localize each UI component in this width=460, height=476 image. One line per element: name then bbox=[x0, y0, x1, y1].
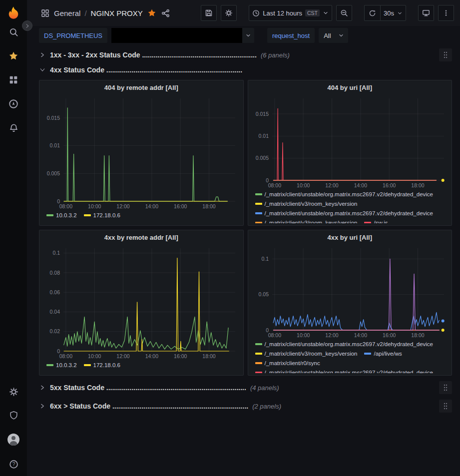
svg-text:16:00: 16:00 bbox=[174, 353, 187, 359]
series-label: /sw.js bbox=[374, 219, 388, 223]
series-color-dash bbox=[84, 364, 91, 366]
drag-handle-icon[interactable] bbox=[439, 381, 452, 394]
row-title: 4xx Status Code ........................… bbox=[50, 66, 242, 74]
row-6xx-status-code[interactable]: 6xx > Status Code ......................… bbox=[39, 399, 452, 413]
svg-text:0.06: 0.06 bbox=[50, 289, 60, 295]
row-panel-count: (2 panels) bbox=[252, 403, 281, 410]
navbar-actions: Last 12 hours CST 30s bbox=[201, 5, 454, 21]
more-options-kebab-icon[interactable] bbox=[438, 5, 454, 21]
legend-item[interactable]: /_matrix/client/v3/room_keys/version bbox=[255, 200, 358, 208]
datasource-variable-label[interactable]: DS_PROMETHEUS bbox=[39, 28, 107, 43]
save-dashboard-button[interactable] bbox=[201, 5, 217, 21]
row-5xx-status-code[interactable]: 5xx Status Code ........................… bbox=[39, 381, 452, 395]
svg-text:0.1: 0.1 bbox=[52, 250, 60, 256]
svg-text:08:00: 08:00 bbox=[268, 332, 281, 338]
panel-title[interactable]: 404 by uri [All] bbox=[252, 82, 448, 94]
panel-title[interactable]: 4xx by uri [All] bbox=[252, 232, 448, 244]
series-label: /api/live/ws bbox=[374, 350, 402, 358]
breadcrumb-folder[interactable]: General bbox=[54, 9, 80, 17]
row-title: 1xx - 3xx - 2xx Status Code ............… bbox=[50, 51, 257, 59]
legend-item[interactable]: /_matrix/client/r0/sync bbox=[255, 359, 320, 367]
chevron-right-icon bbox=[39, 384, 46, 391]
svg-text:0.005: 0.005 bbox=[255, 155, 268, 161]
svg-text:10:00: 10:00 bbox=[297, 182, 310, 188]
drag-handle-icon[interactable] bbox=[439, 400, 452, 413]
legend-item[interactable]: /api/live/ws bbox=[364, 350, 402, 358]
series-color-dash bbox=[255, 203, 262, 205]
panel-4xx-by-remote-addr: 4xx by remote addr [All] 00.020.040.060.… bbox=[39, 230, 244, 376]
series-color-dash bbox=[255, 222, 262, 223]
drag-handle-icon[interactable] bbox=[439, 48, 452, 61]
side-menu: ? bbox=[0, 0, 27, 476]
panel-404-by-uri: 404 by uri [All] 00.0050.010.01508:0010:… bbox=[248, 80, 453, 226]
row-1xx-3xx-2xx-status-code[interactable]: 1xx - 3xx - 2xx Status Code ............… bbox=[39, 48, 452, 62]
svg-text:18:00: 18:00 bbox=[411, 182, 424, 188]
svg-text:16:00: 16:00 bbox=[383, 332, 396, 338]
dashboard-settings-button[interactable] bbox=[221, 5, 237, 21]
search-icon[interactable] bbox=[8, 27, 18, 37]
series-color-dash bbox=[255, 372, 262, 373]
grafana-logo-icon[interactable] bbox=[6, 5, 21, 20]
share-icon[interactable] bbox=[161, 8, 171, 18]
timezone-badge: CST bbox=[305, 9, 320, 16]
series-label: 172.18.0.6 bbox=[93, 361, 120, 369]
series-color-dash bbox=[255, 362, 262, 364]
legend-item[interactable]: 172.18.0.6 bbox=[84, 361, 120, 369]
dashboards-icon[interactable] bbox=[8, 75, 18, 85]
series-label: /_matrix/client/unstable/org.matrix.msc2… bbox=[265, 369, 434, 373]
time-series-chart[interactable]: 00.0050.010.01508:0010:0012:0014:0016:00… bbox=[43, 94, 239, 210]
series-color-dash bbox=[255, 353, 262, 355]
refresh-interval-select[interactable]: 30s bbox=[380, 5, 406, 21]
favorite-star-icon[interactable] bbox=[147, 8, 157, 18]
server-admin-shield-icon[interactable] bbox=[8, 410, 18, 420]
datasource-variable-select[interactable] bbox=[111, 28, 254, 43]
explore-compass-icon[interactable] bbox=[8, 99, 18, 109]
alerting-bell-icon[interactable] bbox=[8, 123, 18, 133]
panel-title[interactable]: 404 by remote addr [All] bbox=[43, 82, 239, 94]
svg-text:0.01: 0.01 bbox=[258, 133, 269, 139]
apps-grid-icon[interactable] bbox=[40, 8, 50, 18]
legend-item[interactable]: /_matrix/client/unstable/org.matrix.msc2… bbox=[255, 369, 434, 373]
panel-title[interactable]: 4xx by remote addr [All] bbox=[43, 232, 239, 244]
zoom-out-button[interactable] bbox=[336, 5, 352, 21]
settings-gear-icon[interactable] bbox=[8, 387, 18, 397]
legend-item[interactable]: 172.18.0.6 bbox=[84, 211, 120, 219]
row-panel-count: (6 panels) bbox=[261, 51, 290, 59]
expand-sidebar-button[interactable] bbox=[22, 20, 32, 31]
legend-item[interactable]: /_matrix/client/unstable/org.matrix.msc2… bbox=[255, 209, 434, 217]
time-series-chart[interactable]: 00.0050.010.01508:0010:0012:0014:0016:00… bbox=[252, 94, 448, 189]
chart-legend: 10.0.3.2172.18.0.6 bbox=[43, 360, 239, 373]
user-avatar[interactable] bbox=[7, 434, 19, 446]
chevron-down-icon bbox=[39, 66, 46, 73]
legend-item[interactable]: 10.0.3.2 bbox=[46, 211, 77, 219]
legend-item[interactable]: /_matrix/client/v3/room_keys/version bbox=[255, 219, 358, 223]
breadcrumb: General / NGINX PROXY bbox=[54, 9, 143, 17]
dashboard-title[interactable]: NGINX PROXY bbox=[91, 9, 143, 17]
request-host-variable-select[interactable]: All bbox=[319, 28, 348, 43]
tv-kiosk-mode-button[interactable] bbox=[418, 5, 434, 21]
time-series-chart[interactable]: 00.050.108:0010:0012:0014:0016:0018:00 bbox=[252, 244, 448, 339]
refresh-button[interactable] bbox=[364, 5, 380, 21]
request-host-variable-label[interactable]: request_host bbox=[267, 28, 315, 43]
legend-item[interactable]: /_matrix/client/unstable/org.matrix.msc2… bbox=[255, 190, 434, 198]
series-label: /_matrix/client/v3/room_keys/version bbox=[265, 219, 358, 223]
row-4xx-status-code[interactable]: 4xx Status Code ........................… bbox=[39, 63, 452, 77]
legend-item[interactable]: /_matrix/client/unstable/org.matrix.msc2… bbox=[255, 340, 434, 348]
row-title: 5xx Status Code ........................… bbox=[50, 384, 246, 392]
time-range-picker[interactable]: Last 12 hours CST bbox=[249, 5, 332, 21]
legend-item[interactable]: 10.0.3.2 bbox=[46, 361, 77, 369]
svg-text:08:00: 08:00 bbox=[59, 203, 72, 209]
time-series-chart[interactable]: 00.020.040.060.080.108:0010:0012:0014:00… bbox=[43, 244, 239, 360]
svg-text:08:00: 08:00 bbox=[268, 182, 281, 188]
series-color-dash bbox=[364, 222, 371, 223]
legend-item[interactable]: /_matrix/client/v3/room_keys/version bbox=[255, 350, 358, 358]
row-title: 6xx > Status Code ......................… bbox=[50, 402, 248, 410]
svg-text:18:00: 18:00 bbox=[411, 332, 424, 338]
starred-dashboards-icon[interactable] bbox=[8, 51, 18, 61]
legend-item[interactable]: /sw.js bbox=[364, 219, 388, 223]
svg-text:?: ? bbox=[12, 462, 15, 467]
help-icon[interactable]: ? bbox=[8, 459, 18, 469]
series-color-dash bbox=[255, 343, 262, 345]
svg-text:14:00: 14:00 bbox=[145, 353, 158, 359]
chevron-right-icon bbox=[39, 51, 46, 58]
